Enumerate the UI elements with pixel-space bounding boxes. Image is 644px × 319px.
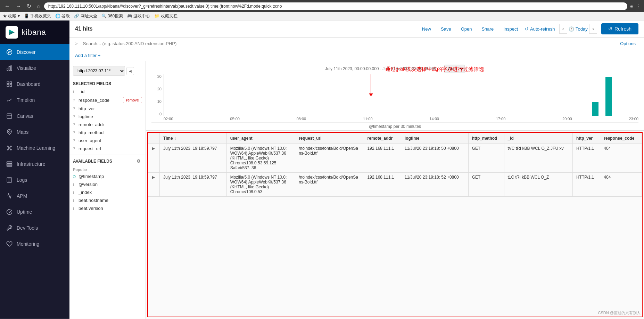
table-row: ▶ July 11th 2023, 19:18:59.797 Mozilla/5… <box>148 173 642 197</box>
sidebar-item-label: APM <box>17 193 27 199</box>
reload-button[interactable]: ↻ <box>25 2 33 10</box>
sidebar-item-infrastructure[interactable]: Infrastructure <box>0 156 69 172</box>
kibana-logo-text: kibana <box>22 28 46 37</box>
menu-icon: ⋮ <box>636 3 641 9</box>
chart-bar <box>592 102 598 116</box>
sidebar-item-apm[interactable]: APM <box>0 188 69 204</box>
th-user-agent[interactable]: user_agent <box>226 133 295 144</box>
expand-button[interactable]: ▶ <box>152 146 155 151</box>
prev-time-button[interactable]: ‹ <box>559 24 567 34</box>
browser-chrome: ← → ↻ ⌂ http://192.168.111.10:5601/app/k… <box>0 0 644 12</box>
auto-refresh-button[interactable]: ↺ Auto-refresh <box>525 26 555 32</box>
th-http-ver[interactable]: http_ver <box>572 133 600 144</box>
sidebar: kibana Discover Visualize <box>0 21 69 319</box>
th-id[interactable]: _id <box>504 133 572 144</box>
index-selector: httpd-2023.07.11* ◀ <box>69 64 146 78</box>
table-container: Time ↓ user_agent request_url remote_add… <box>147 132 643 317</box>
next-time-button[interactable]: › <box>589 24 597 34</box>
bookmark-star[interactable]: ★ 收藏 ▾ <box>3 13 20 19</box>
watermark: CSDN @蓝趋的只有别人 <box>598 310 641 316</box>
back-button[interactable]: ← <box>3 2 12 10</box>
field-item-index[interactable]: t _index <box>69 188 146 196</box>
today-button[interactable]: 🕐 Today <box>569 24 588 34</box>
field-name-http-method: http_method <box>79 130 142 135</box>
bookmark-mobile[interactable]: 📱 手机收藏夹 <box>24 13 51 19</box>
sidebar-item-dashboard[interactable]: Dashboard <box>0 76 69 92</box>
field-item-timestamp[interactable]: © @timestamp <box>69 172 146 180</box>
th-time[interactable]: Time ↓ <box>159 133 226 144</box>
infrastructure-icon <box>6 160 13 168</box>
field-item-remote-addr[interactable]: ? remote_addr <box>69 121 146 129</box>
save-button[interactable]: Save <box>438 25 454 33</box>
body-layout: httpd-2023.07.11* ◀ Selected fields t _i… <box>69 61 644 319</box>
compass-icon <box>6 48 13 56</box>
field-item-id[interactable]: t _id <box>69 88 146 96</box>
sidebar-item-discover[interactable]: Discover <box>0 44 69 60</box>
field-item-http-ver[interactable]: ? http_ver <box>69 105 146 113</box>
chart-bar <box>605 77 612 116</box>
search-input[interactable] <box>83 41 617 46</box>
chart-bars <box>164 74 638 116</box>
sidebar-item-label: Dashboard <box>17 81 41 87</box>
svg-rect-4 <box>11 66 12 71</box>
sidebar-item-monitoring[interactable]: Monitoring <box>0 236 69 252</box>
interval-select[interactable]: Auto <box>444 65 465 73</box>
td-id: tVC tRI kBB WCL O_Z JFU xv <box>504 144 572 173</box>
svg-point-11 <box>9 131 10 132</box>
td-request-url: /noindex/css/fonts/Bold/OpenSans-Bold.tt… <box>295 144 364 173</box>
field-item-atversion[interactable]: t @version <box>69 180 146 188</box>
svg-line-19 <box>8 149 9 149</box>
field-item-response-code[interactable]: ? response_code remove <box>69 96 146 105</box>
share-button[interactable]: Share <box>479 25 496 33</box>
field-item-beat-hostname[interactable]: t beat.hostname <box>69 196 146 204</box>
th-logtime[interactable]: logtime <box>401 133 468 144</box>
field-item-http-method[interactable]: ? http_method <box>69 129 146 137</box>
kibana-logo-icon <box>6 26 18 39</box>
field-item-beat-version[interactable]: t beat.version <box>69 204 146 212</box>
sidebar-item-canvas[interactable]: Canvas <box>0 108 69 124</box>
expand-cell[interactable]: ▶ <box>148 173 160 197</box>
sidebar-item-devtools[interactable]: Dev Tools <box>0 220 69 236</box>
th-response-code[interactable]: response_code <box>600 133 642 144</box>
home-button[interactable]: ⌂ <box>35 2 42 10</box>
field-item-request-url[interactable]: ? request_url <box>69 145 146 153</box>
svg-marker-1 <box>8 51 10 53</box>
th-request-url[interactable]: request_url <box>295 133 364 144</box>
inspect-button[interactable]: Inspect <box>501 25 521 33</box>
bookmark-folder[interactable]: 📁 收藏夹栏 <box>154 13 177 19</box>
svg-point-16 <box>10 149 11 150</box>
add-filter-button[interactable]: Add a filter + <box>75 53 100 58</box>
svg-line-17 <box>8 147 9 147</box>
sidebar-item-logs[interactable]: Logs <box>0 172 69 188</box>
expand-button[interactable]: ▶ <box>152 175 155 180</box>
forward-button[interactable]: → <box>14 2 23 10</box>
bookmark-games[interactable]: 🎮 游戏中心 <box>127 13 150 19</box>
available-fields-title: Available fields <box>73 159 112 164</box>
refresh-button[interactable]: ↺ Refresh <box>601 23 638 34</box>
th-http-method[interactable]: http_method <box>468 133 504 144</box>
gear-icon[interactable]: ⚙ <box>137 158 142 164</box>
open-button[interactable]: Open <box>458 25 475 33</box>
sidebar-item-visualize[interactable]: Visualize <box>0 60 69 76</box>
field-name-request-url: request_url <box>79 146 142 151</box>
th-remote-addr[interactable]: remote_addr <box>364 133 401 144</box>
selected-fields-title: Selected fields <box>69 78 146 88</box>
sidebar-item-uptime[interactable]: Uptime <box>0 204 69 220</box>
expand-cell[interactable]: ▶ <box>148 144 160 173</box>
bookmark-google[interactable]: 🌐 谷歌 <box>55 13 70 19</box>
svg-line-20 <box>10 149 11 149</box>
collapse-button[interactable]: ◀ <box>126 67 134 75</box>
url-bar[interactable]: http://192.168.111.10:5601/app/kibana#/d… <box>44 2 627 10</box>
index-pattern-select[interactable]: httpd-2023.07.11* <box>73 66 125 76</box>
bookmark-urls[interactable]: 🔗 网址大全 <box>74 13 97 19</box>
options-button[interactable]: Options <box>617 40 638 48</box>
field-item-user-agent[interactable]: ? user_agent <box>69 137 146 145</box>
remove-field-button[interactable]: remove <box>123 97 142 103</box>
svg-line-18 <box>10 147 11 147</box>
bookmark-360[interactable]: 🔍 360搜索 <box>101 13 123 19</box>
sidebar-item-timelion[interactable]: Timelion <box>0 92 69 108</box>
field-item-logtime[interactable]: ? logtime <box>69 113 146 121</box>
new-button[interactable]: New <box>419 25 434 33</box>
sidebar-item-machine-learning[interactable]: Machine Learning <box>0 140 69 156</box>
sidebar-item-maps[interactable]: Maps <box>0 124 69 140</box>
